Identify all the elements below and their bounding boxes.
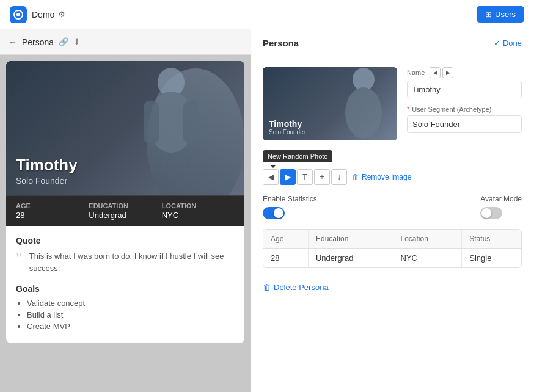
name-prev-btn[interactable]: ◀ xyxy=(430,67,441,78)
delete-persona-button[interactable]: 🗑 Delete Persona xyxy=(263,280,329,294)
hero-role: Solo Founder xyxy=(16,176,78,186)
photo-add-btn[interactable]: + xyxy=(314,169,330,185)
cell-location: NYC xyxy=(393,249,462,268)
users-icon: ⊞ xyxy=(485,10,492,19)
name-label: Name ◀ ▶ xyxy=(407,67,522,78)
photo-prev-btn[interactable]: ◀ xyxy=(263,169,279,185)
right-panel: Persona ✓ Done Timothy xyxy=(251,29,534,392)
app-title: Demo ⚙ xyxy=(32,10,65,20)
photo-next-btn[interactable]: ▶ xyxy=(280,169,296,185)
cell-age: 28 xyxy=(263,249,308,268)
right-header: Persona ✓ Done xyxy=(251,29,534,57)
stat-education-label: Education xyxy=(89,202,161,209)
name-next-btn[interactable]: ▶ xyxy=(442,67,453,78)
name-fields: Name ◀ ▶ * User Segment (Archetype) xyxy=(407,67,522,140)
stats-table: Age Education Location Status 28 Undergr… xyxy=(263,229,522,268)
thumbnail-name: Timothy xyxy=(269,119,305,129)
person-figure xyxy=(141,67,232,189)
users-button[interactable]: ⊞ Users xyxy=(477,6,524,23)
controls-row: Enable Statistics Avatar Mode xyxy=(263,195,522,219)
persona-hero: Timothy Solo Founder xyxy=(6,61,244,195)
svg-rect-5 xyxy=(183,101,199,143)
goals-title: Goals xyxy=(16,284,235,294)
back-button[interactable]: ← xyxy=(9,37,17,47)
quote-section: Quote " This is what I was born to do. I… xyxy=(16,236,235,274)
new-random-tooltip: New Random Photo xyxy=(263,150,332,162)
svg-point-7 xyxy=(345,87,382,139)
avatar-mode-toggle[interactable] xyxy=(480,207,502,219)
main-area: ← Persona 🔗 ⬇ Timothy xyxy=(0,29,534,392)
stat-location-value: NYC xyxy=(162,211,235,220)
remove-image-button[interactable]: 🗑 Remove Image xyxy=(352,173,411,181)
required-star: * xyxy=(407,106,409,113)
photo-text-btn[interactable]: T xyxy=(297,169,313,185)
thumbnail-person xyxy=(339,67,394,137)
thumbnail-text: Timothy Solo Founder xyxy=(269,119,305,136)
toggle-knob xyxy=(274,208,283,218)
name-field-group: Name ◀ ▶ xyxy=(407,67,522,98)
quote-text: This is what I was born to do. I know if… xyxy=(29,250,235,274)
cell-status: Single xyxy=(462,249,521,268)
photo-btn-group: ◀ ▶ T + ↓ xyxy=(263,169,347,185)
segment-field-group: * User Segment (Archetype) xyxy=(407,106,522,133)
enable-stats-label: Enable Statistics xyxy=(263,195,480,203)
panel-title: Persona xyxy=(263,38,299,48)
col-location: Location xyxy=(393,230,462,249)
breadcrumb: ← Persona 🔗 ⬇ xyxy=(0,29,251,55)
tooltip-container: New Random Photo xyxy=(263,150,332,169)
stat-age-label: Age xyxy=(16,202,89,209)
avatar-toggle-knob xyxy=(481,208,491,218)
segment-label: * User Segment (Archetype) xyxy=(407,106,522,113)
stat-education: Education Undergrad xyxy=(89,202,161,220)
goals-section: Goals Validate concept Build a list Crea… xyxy=(16,284,235,331)
stat-education-value: Undergrad xyxy=(89,211,161,220)
name-nav-btns: ◀ ▶ xyxy=(430,67,453,78)
top-nav: Demo ⚙ ⊞ Users xyxy=(0,0,534,29)
link-icon[interactable]: 🔗 xyxy=(59,37,68,46)
cell-education: Undergrad xyxy=(308,249,393,268)
download-icon[interactable]: ⬇ xyxy=(73,37,80,46)
persona-thumbnail: Timothy Solo Founder xyxy=(263,67,397,140)
persona-content: Quote " This is what I was born to do. I… xyxy=(6,226,244,343)
goal-item-1: Validate concept xyxy=(27,299,235,308)
name-input[interactable] xyxy=(407,81,522,98)
col-education: Education xyxy=(308,230,393,249)
breadcrumb-label: Persona xyxy=(22,37,54,47)
goal-item-3: Create MVP xyxy=(27,322,235,331)
photo-controls-wrapper: New Random Photo ◀ ▶ T + ↓ 🗑 Remove Imag… xyxy=(263,150,522,185)
svg-point-1 xyxy=(16,13,20,16)
check-icon: ✓ xyxy=(494,38,500,48)
photo-down-btn[interactable]: ↓ xyxy=(331,169,347,185)
left-panel: ← Persona 🔗 ⬇ Timothy xyxy=(0,29,251,392)
hero-name: Timothy xyxy=(16,156,78,175)
enable-stats-toggle[interactable] xyxy=(263,207,285,219)
hero-text: Timothy Solo Founder xyxy=(6,146,87,195)
stat-location-label: Location xyxy=(162,202,235,209)
gear-icon[interactable]: ⚙ xyxy=(58,10,65,19)
persona-card: Timothy Solo Founder Age 28 Education Un… xyxy=(0,55,251,392)
thumbnail-role: Solo Founder xyxy=(269,129,305,136)
tooltip-arrow xyxy=(270,165,276,168)
svg-rect-4 xyxy=(144,101,159,143)
delete-icon: 🗑 xyxy=(263,283,271,292)
photo-controls: ◀ ▶ T + ↓ 🗑 Remove Image xyxy=(263,169,522,185)
avatar-mode-section: Avatar Mode xyxy=(480,195,522,219)
col-status: Status xyxy=(462,230,521,249)
col-age: Age xyxy=(263,230,308,249)
stat-age-value: 28 xyxy=(16,211,89,220)
app-logo xyxy=(10,6,27,23)
quote-title: Quote xyxy=(16,236,235,245)
goal-item-2: Build a list xyxy=(27,310,235,319)
trash-icon: 🗑 xyxy=(352,173,359,181)
avatar-mode-label: Avatar Mode xyxy=(480,195,522,203)
segment-input[interactable] xyxy=(407,115,522,133)
goals-list: Validate concept Build a list Create MVP xyxy=(16,299,235,331)
stats-bar: Age 28 Education Undergrad Location NYC xyxy=(6,195,244,226)
done-button[interactable]: ✓ Done xyxy=(494,38,522,48)
quote-mark: " xyxy=(16,250,22,265)
stat-location: Location NYC xyxy=(162,202,235,220)
image-section: Timothy Solo Founder Name ◀ ▶ xyxy=(263,67,522,140)
right-content: Timothy Solo Founder Name ◀ ▶ xyxy=(251,57,534,392)
enable-statistics: Enable Statistics xyxy=(263,195,480,219)
stat-age: Age 28 xyxy=(16,202,89,220)
